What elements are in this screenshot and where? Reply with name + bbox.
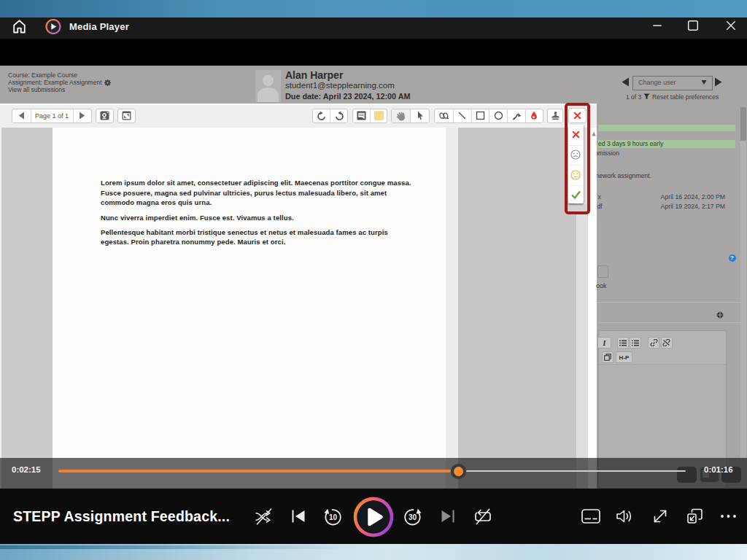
svg-text:10: 10 xyxy=(329,513,338,521)
svg-text:30: 30 xyxy=(409,513,417,521)
